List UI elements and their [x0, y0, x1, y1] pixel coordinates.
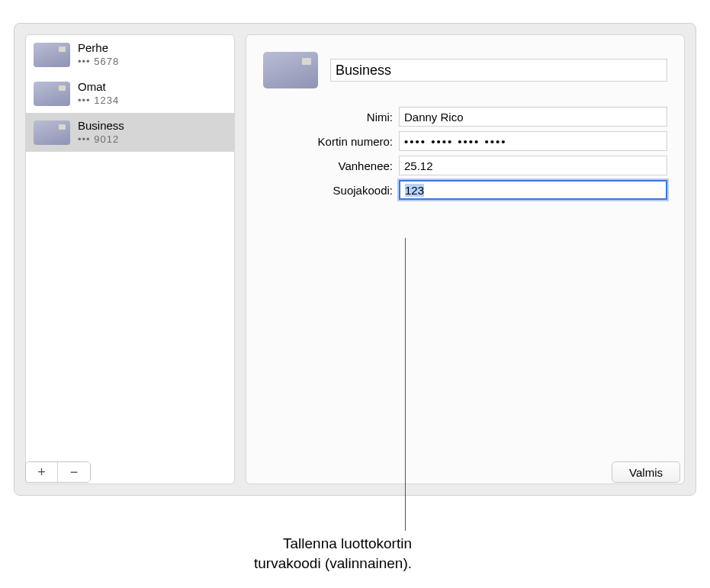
card-item-perhe[interactable]: Perhe ••• 5678	[26, 35, 234, 74]
autofill-cards-window: Perhe ••• 5678 Omat ••• 1234 Business	[14, 23, 696, 496]
number-field[interactable]	[399, 131, 667, 151]
card-item-omat[interactable]: Omat ••• 1234	[26, 74, 234, 113]
minus-icon: −	[70, 464, 79, 480]
remove-button[interactable]: −	[58, 462, 90, 482]
label-expires: Vanhenee:	[263, 159, 393, 172]
cvv-field[interactable]: 123	[399, 180, 667, 200]
card-title-field[interactable]	[330, 59, 667, 82]
label-name: Nimi:	[263, 111, 393, 124]
plus-icon: +	[37, 464, 46, 480]
label-cvv: Suojakoodi:	[263, 184, 393, 197]
cvv-value: 123	[405, 184, 424, 197]
card-item-last4: ••• 9012	[78, 133, 124, 146]
card-detail-panel: Nimi: Kortin numero: Vanhenee: Suojakood…	[246, 34, 685, 484]
name-field[interactable]	[399, 107, 667, 127]
add-remove-segment: + −	[25, 461, 91, 483]
cards-sidebar: Perhe ••• 5678 Omat ••• 1234 Business	[25, 34, 235, 484]
card-item-business[interactable]: Business ••• 9012	[26, 113, 234, 152]
callout-text: Tallenna luottokortin turvakoodi (valinn…	[0, 534, 412, 573]
credit-card-icon	[34, 43, 70, 67]
row-expires: Vanhenee:	[263, 156, 667, 175]
card-item-name: Omat	[78, 80, 119, 95]
cards-list: Perhe ••• 5678 Omat ••• 1234 Business	[26, 35, 234, 484]
credit-card-icon	[34, 120, 70, 145]
done-button-label: Valmis	[629, 466, 663, 479]
add-button[interactable]: +	[26, 462, 58, 482]
card-item-last4: ••• 5678	[78, 56, 119, 68]
card-item-lines: Business ••• 9012	[78, 119, 124, 146]
card-item-name: Perhe	[78, 41, 119, 56]
detail-header	[263, 52, 667, 88]
body-row: Perhe ••• 5678 Omat ••• 1234 Business	[14, 24, 696, 495]
card-item-name: Business	[78, 119, 124, 133]
sidebar-toolbar: + −	[25, 461, 91, 483]
label-number: Kortin numero:	[263, 135, 393, 148]
card-item-last4: ••• 1234	[78, 95, 119, 107]
row-name: Nimi:	[263, 107, 667, 127]
callout-line1: Tallenna luottokortin	[283, 535, 412, 551]
expires-field[interactable]	[399, 156, 667, 175]
card-item-lines: Perhe ••• 5678	[78, 41, 119, 68]
credit-card-icon	[263, 52, 318, 88]
done-button[interactable]: Valmis	[612, 461, 680, 483]
card-item-lines: Omat ••• 1234	[78, 80, 119, 107]
callout-leader-line	[405, 238, 406, 531]
row-number: Kortin numero:	[263, 131, 667, 151]
credit-card-icon	[34, 82, 70, 106]
row-cvv: Suojakoodi: 123	[263, 180, 667, 200]
callout-line2: turvakoodi (valinnainen).	[254, 555, 412, 571]
